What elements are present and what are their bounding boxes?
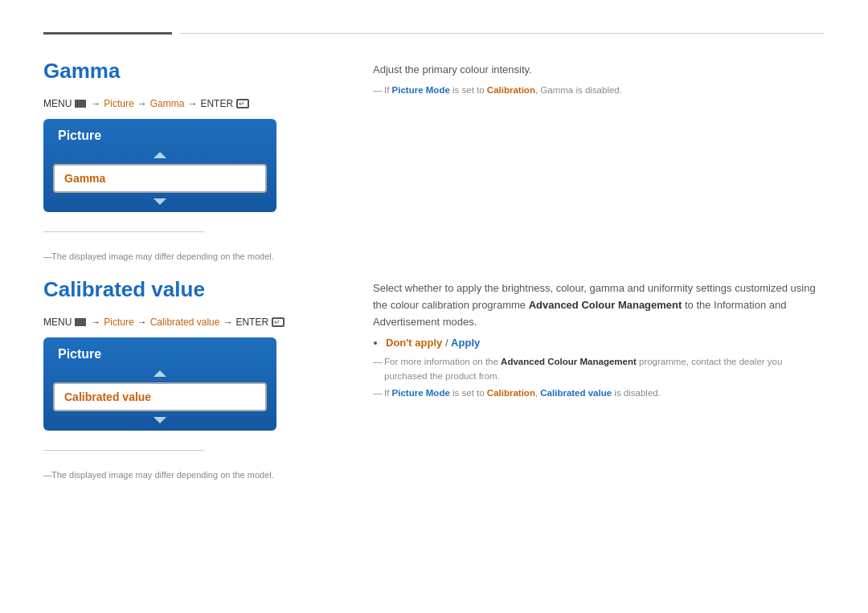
enter-icon <box>236 99 249 108</box>
divider-thick <box>43 32 172 35</box>
arrow1: → <box>91 98 100 109</box>
calibrated-title: Calibrated value <box>43 277 341 302</box>
calibration-ref-gamma: Calibration <box>487 85 535 95</box>
gamma-section: Gamma MENU → Picture → Gamma → ENTER Pic… <box>43 59 825 261</box>
cal-note: The displayed image may differ depending… <box>43 470 341 480</box>
calibrated-value-link: Calibrated value <box>540 388 612 398</box>
calibrated-option-item: Don't apply / Apply <box>386 337 825 349</box>
cal-arrow1: → <box>91 317 100 328</box>
gamma-item-label: Gamma <box>64 172 105 185</box>
gamma-menu-item[interactable]: Gamma 0 <box>53 164 267 193</box>
apply-option: Apply <box>451 337 480 349</box>
calibrated-tv-menu: Picture Calibrated value <box>43 337 276 431</box>
picture-mode-link-gamma: Picture Mode <box>392 85 450 95</box>
picture-mode-link-cal: Picture Mode <box>392 388 450 398</box>
calibrated-left-col: Calibrated value MENU → Picture → Calibr… <box>43 277 341 480</box>
chevron-up-cal <box>43 366 276 379</box>
acm-bold-ref: Advanced Colour Management <box>529 299 682 311</box>
gamma-tv-menu-title: Picture <box>43 119 276 148</box>
svg-marker-0 <box>154 152 166 158</box>
cal-arrow2: → <box>137 317 147 328</box>
chevron-down-cal <box>43 415 276 431</box>
gamma-tv-menu: Picture Gamma 0 <box>43 119 276 212</box>
arrow2: → <box>137 98 147 109</box>
picture-link: Picture <box>104 98 133 109</box>
calibrated-section: Calibrated value MENU → Picture → Calibr… <box>43 277 825 480</box>
cal-arrow3: → <box>223 317 232 328</box>
calibrated-note3: If Picture Mode is set to Calibration, C… <box>373 386 825 400</box>
dont-apply-option: Don't apply <box>386 337 442 349</box>
enter-label: ENTER <box>200 98 233 109</box>
calibrated-tv-menu-title: Picture <box>43 337 276 366</box>
calibrated-right-col: Select whether to apply the brightness, … <box>373 277 825 480</box>
svg-marker-1 <box>154 198 166 205</box>
calibration-ref-cal: Calibration <box>487 388 535 398</box>
menu-label: MENU <box>43 98 72 109</box>
chevron-up-gamma <box>43 148 276 161</box>
gamma-menu-path: MENU → Picture → Gamma → ENTER <box>43 98 341 109</box>
svg-marker-3 <box>154 417 166 423</box>
cal-enter-icon <box>272 317 285 327</box>
slash-separator: / <box>442 337 451 349</box>
menu-icon-cal <box>75 318 86 326</box>
gamma-item-value: 0 <box>249 172 256 185</box>
acm-bold-note: Advanced Colour Management <box>501 357 637 366</box>
arrow3: → <box>187 98 197 109</box>
gamma-description: Adjust the primary colour intensity. <box>373 62 825 79</box>
calibrated-note2: For more information on the Advanced Col… <box>373 355 825 383</box>
calibrated-menu-item[interactable]: Calibrated value <box>53 382 267 411</box>
divider-thin <box>180 33 825 34</box>
gamma-section-divider <box>43 231 204 232</box>
cal-section-divider <box>43 450 204 451</box>
gamma-slider-fill <box>154 178 199 180</box>
cal-picture-link: Picture <box>104 317 133 328</box>
calibrated-menu-path: MENU → Picture → Calibrated value → ENTE… <box>43 317 341 328</box>
gamma-link: Gamma <box>150 98 185 109</box>
chevron-down-gamma <box>43 196 276 212</box>
menu-label-cal: MENU <box>43 317 72 328</box>
gamma-note-right: If Picture Mode is set to Calibration, G… <box>373 84 825 97</box>
top-divider <box>43 32 825 35</box>
gamma-left-col: Gamma MENU → Picture → Gamma → ENTER Pic… <box>43 59 341 261</box>
calibrated-options-list: Don't apply / Apply <box>386 337 825 349</box>
gamma-slider-container: 0 <box>154 172 256 185</box>
menu-icon <box>75 100 86 108</box>
svg-marker-2 <box>154 370 166 377</box>
calibrated-item-label: Calibrated value <box>64 390 151 403</box>
gamma-right-col: Adjust the primary colour intensity. If … <box>373 59 825 261</box>
cal-enter-label: ENTER <box>235 317 268 328</box>
cal-value-link: Calibrated value <box>150 317 220 328</box>
gamma-note: The displayed image may differ depending… <box>43 251 341 261</box>
calibrated-description: Select whether to apply the brightness, … <box>373 280 825 330</box>
gamma-title: Gamma <box>43 59 341 84</box>
gamma-slider-track <box>154 178 243 180</box>
